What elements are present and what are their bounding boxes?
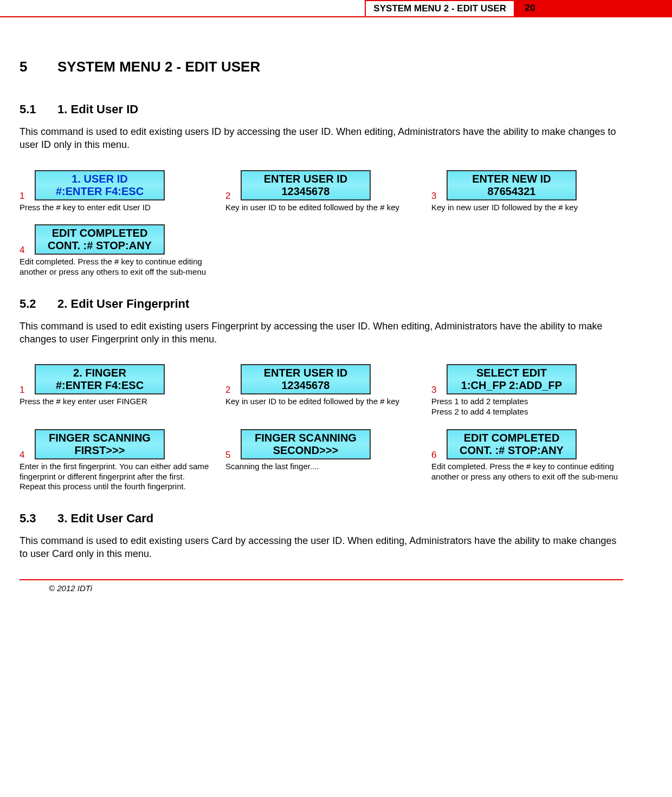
header-page-number: 20 — [514, 0, 546, 16]
lcd-line-2: 12345678 — [245, 185, 366, 198]
step-number: 5 — [225, 450, 233, 461]
step-cell: 3 SELECT EDIT 1:CH_FP 2:ADD_FP Press 1 t… — [431, 364, 622, 417]
lcd-line-2: CONT. :# STOP:ANY — [39, 239, 160, 252]
step-caption: Scanning the last finger.... — [225, 462, 416, 472]
section-number: 5 — [20, 59, 57, 75]
lcd-screen: SELECT EDIT 1:CH_FP 2:ADD_FP — [447, 364, 577, 394]
lcd-line-1: FINGER SCANNING — [39, 432, 160, 444]
step-number: 4 — [20, 245, 27, 256]
subsection-title: 1. Edit User ID — [57, 102, 138, 116]
lcd-screen: EDIT COMPLETED CONT. :# STOP:ANY — [447, 429, 577, 459]
subsection-title: 2. Edit User Fingerprint — [57, 297, 189, 310]
section-heading: 5SYSTEM MENU 2 - EDIT USER — [20, 59, 623, 75]
step-cell: 3 ENTER NEW ID 87654321 Key in new user … — [431, 170, 622, 213]
lcd-screen: ENTER USER ID 12345678 — [241, 170, 371, 200]
header-spacer — [0, 0, 365, 16]
lcd-line-2: SECOND>>> — [245, 444, 366, 457]
section-title: SYSTEM MENU 2 - EDIT USER — [57, 59, 260, 75]
step-number: 4 — [20, 450, 27, 461]
lcd-screen: ENTER NEW ID 87654321 — [447, 170, 577, 200]
subsection-number: 5.2 — [20, 297, 57, 311]
subsection-number: 5.1 — [20, 102, 57, 116]
lcd-line-2: FIRST>>> — [39, 444, 160, 457]
lcd-line-1: 2. FINGER — [39, 367, 160, 379]
header-red-fill — [546, 0, 672, 16]
lcd-line-1: FINGER SCANNING — [245, 432, 366, 444]
subsection-number: 5.3 — [20, 511, 57, 526]
lcd-line-1: ENTER USER ID — [245, 367, 366, 379]
subsection-5-2-heading: 5.22. Edit User Fingerprint — [20, 297, 623, 311]
lcd-line-1: SELECT EDIT — [451, 367, 572, 379]
lcd-line-1: ENTER NEW ID — [451, 173, 572, 185]
step-cell: 5 FINGER SCANNING SECOND>>> Scanning the… — [225, 429, 416, 472]
lcd-line-1: EDIT COMPLETED — [39, 227, 160, 239]
lcd-screen: 1. USER ID #:ENTER F4:ESC — [35, 170, 165, 200]
step-caption: Enter in the first fingerprint. You can … — [20, 462, 210, 492]
step-cell: 2 ENTER USER ID 12345678 Key in user ID … — [225, 170, 416, 213]
step-cell: 4 EDIT COMPLETED CONT. :# STOP:ANY Edit … — [20, 224, 210, 277]
lcd-line-2: 87654321 — [451, 185, 572, 198]
step-caption: Key in user ID to be edited followed by … — [225, 397, 416, 407]
step-caption: Press the # key to enter edit User ID — [20, 203, 210, 213]
step-caption: Edit completed. Press the # key to conti… — [20, 257, 210, 277]
lcd-screen: FINGER SCANNING SECOND>>> — [241, 429, 371, 459]
subsection-5-1-heading: 5.11. Edit User ID — [20, 102, 623, 116]
step-caption: Press the # key enter user FINGER — [20, 397, 210, 407]
step-caption: Press 1 to add 2 templates Press 2 to ad… — [431, 397, 622, 417]
subsection-5-1-body: This command is used to edit existing us… — [20, 125, 623, 152]
lcd-line-1: ENTER USER ID — [245, 173, 366, 185]
step-cell: 1 1. USER ID #:ENTER F4:ESC Press the # … — [20, 170, 210, 213]
lcd-line-2: 1:CH_FP 2:ADD_FP — [451, 379, 572, 392]
subsection-5-3-body: This command is used to edit existing us… — [20, 534, 623, 561]
sub1-row-1: 1 1. USER ID #:ENTER F4:ESC Press the # … — [20, 170, 623, 213]
sub2-row-2: 4 FINGER SCANNING FIRST>>> Enter in the … — [20, 429, 623, 492]
lcd-line-1: 1. USER ID — [39, 173, 160, 185]
lcd-screen: ENTER USER ID 12345678 — [241, 364, 371, 394]
step-cell: 2 ENTER USER ID 12345678 Key in user ID … — [225, 364, 416, 407]
step-cell: 4 FINGER SCANNING FIRST>>> Enter in the … — [20, 429, 210, 492]
lcd-screen: EDIT COMPLETED CONT. :# STOP:ANY — [35, 224, 165, 255]
step-caption: Edit completed. Press the # key to conti… — [431, 462, 622, 482]
lcd-line-2: #:ENTER F4:ESC — [39, 379, 160, 392]
lcd-line-2: #:ENTER F4:ESC — [39, 185, 160, 198]
lcd-line-2: CONT. :# STOP:ANY — [451, 444, 572, 457]
step-caption: Key in new user ID followed by the # key — [431, 203, 622, 213]
lcd-line-2: 12345678 — [245, 379, 366, 392]
lcd-screen: FINGER SCANNING FIRST>>> — [35, 429, 165, 459]
step-cell: 1 2. FINGER #:ENTER F4:ESC Press the # k… — [20, 364, 210, 407]
subsection-5-2-body: This command is used to edit existing us… — [20, 320, 623, 346]
page-content: 5SYSTEM MENU 2 - EDIT USER 5.11. Edit Us… — [0, 21, 672, 561]
subsection-5-3-heading: 5.33. Edit User Card — [20, 511, 623, 526]
step-number: 2 — [225, 385, 233, 396]
step-number: 3 — [431, 385, 439, 396]
step-number: 1 — [20, 385, 27, 396]
step-number: 2 — [225, 191, 233, 202]
lcd-screen: 2. FINGER #:ENTER F4:ESC — [35, 364, 165, 394]
header-title: SYSTEM MENU 2 - EDIT USER — [365, 0, 514, 16]
step-caption: Key in user ID to be edited followed by … — [225, 203, 416, 213]
step-number: 1 — [20, 191, 27, 202]
sub2-row-1: 1 2. FINGER #:ENTER F4:ESC Press the # k… — [20, 364, 623, 417]
step-number: 6 — [431, 450, 439, 461]
subsection-title: 3. Edit User Card — [57, 511, 153, 525]
page-footer: © 2012 IDTi — [20, 579, 623, 596]
lcd-line-1: EDIT COMPLETED — [451, 432, 572, 444]
step-number: 3 — [431, 191, 439, 202]
footer-copyright: © 2012 IDTi — [20, 584, 623, 593]
step-cell: 6 EDIT COMPLETED CONT. :# STOP:ANY Edit … — [431, 429, 622, 482]
sub1-row-2: 4 EDIT COMPLETED CONT. :# STOP:ANY Edit … — [20, 224, 623, 277]
page-header: SYSTEM MENU 2 - EDIT USER 20 — [0, 0, 672, 17]
